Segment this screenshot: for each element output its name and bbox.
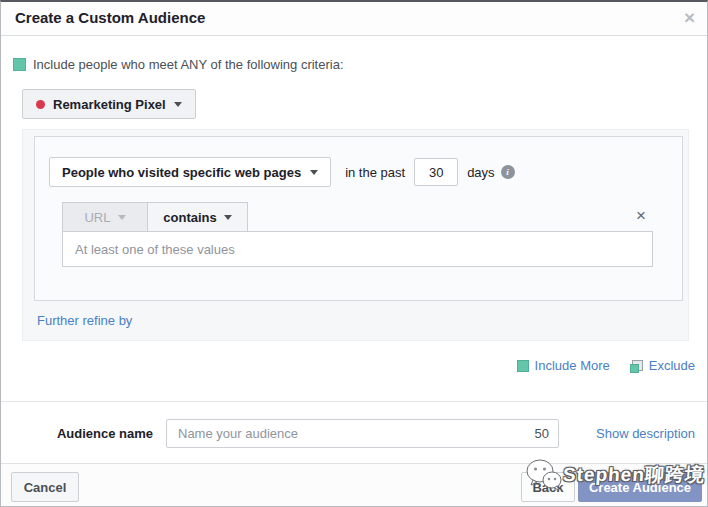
dialog-footer: Cancel Back Create Audience bbox=[1, 463, 707, 507]
cancel-button[interactable]: Cancel bbox=[11, 472, 79, 502]
audience-name-input[interactable] bbox=[166, 419, 559, 448]
include-square-icon bbox=[13, 58, 26, 71]
section-divider bbox=[1, 401, 707, 402]
create-audience-button[interactable]: Create Audience bbox=[578, 472, 702, 502]
in-the-past-label: in the past bbox=[345, 165, 405, 180]
include-rule-section: People who visited specific web pages in… bbox=[22, 129, 689, 341]
remove-rule-icon[interactable]: × bbox=[636, 207, 646, 225]
include-criteria-label: Include people who meet ANY of the follo… bbox=[33, 57, 344, 72]
include-criteria-row: Include people who meet ANY of the follo… bbox=[13, 57, 344, 72]
rule-card: People who visited specific web pages in… bbox=[34, 136, 683, 301]
url-field-label: URL bbox=[84, 210, 110, 225]
chevron-down-icon bbox=[310, 170, 318, 175]
char-counter: 50 bbox=[535, 426, 549, 441]
operator-dropdown[interactable]: contains bbox=[148, 202, 248, 232]
include-more-icon bbox=[517, 360, 529, 372]
operator-label: contains bbox=[163, 210, 216, 225]
back-button[interactable]: Back bbox=[521, 472, 575, 502]
include-more-link[interactable]: Include More bbox=[517, 358, 610, 373]
visited-pages-dropdown[interactable]: People who visited specific web pages bbox=[49, 157, 331, 187]
days-input[interactable] bbox=[414, 158, 458, 186]
days-label: days bbox=[467, 165, 494, 180]
exclude-icon bbox=[632, 360, 643, 371]
include-exclude-row: Include More Exclude bbox=[517, 358, 695, 373]
url-values-input[interactable] bbox=[62, 231, 653, 267]
close-icon[interactable]: × bbox=[684, 6, 695, 30]
show-description-link[interactable]: Show description bbox=[596, 426, 695, 441]
dialog-header: Create a Custom Audience × bbox=[1, 2, 707, 36]
pixel-selector-label: Remarketing Pixel bbox=[53, 97, 166, 112]
rule-condition-row: People who visited specific web pages in… bbox=[49, 157, 515, 187]
create-custom-audience-dialog: Create a Custom Audience × Include peopl… bbox=[0, 0, 708, 507]
chevron-down-icon bbox=[118, 215, 126, 220]
url-field-dropdown[interactable]: URL bbox=[62, 202, 148, 232]
url-filter-tabs: URL contains bbox=[62, 202, 248, 232]
pixel-status-dot-icon bbox=[36, 100, 45, 109]
audience-name-label: Audience name bbox=[1, 426, 153, 441]
visited-pages-dropdown-label: People who visited specific web pages bbox=[62, 165, 301, 180]
info-icon[interactable]: i bbox=[501, 165, 515, 179]
dialog-title: Create a Custom Audience bbox=[15, 9, 205, 26]
chevron-down-icon bbox=[224, 215, 232, 220]
audience-name-field: 50 bbox=[166, 419, 559, 448]
include-more-label: Include More bbox=[535, 358, 610, 373]
pixel-selector-dropdown[interactable]: Remarketing Pixel bbox=[22, 89, 196, 119]
exclude-link[interactable]: Exclude bbox=[632, 358, 695, 373]
chevron-down-icon bbox=[174, 102, 182, 107]
exclude-label: Exclude bbox=[649, 358, 695, 373]
further-refine-link[interactable]: Further refine by bbox=[37, 313, 132, 328]
